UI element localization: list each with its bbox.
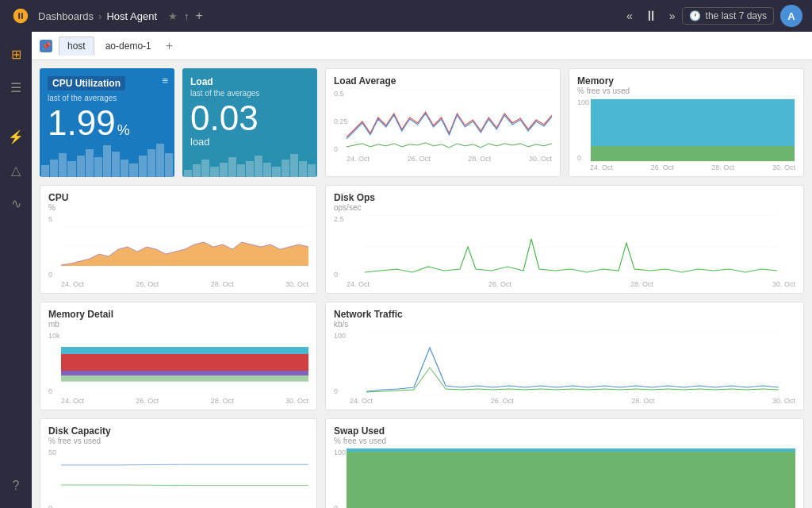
breadcrumb: Dashboards › Host Agent bbox=[38, 10, 157, 22]
pause-button[interactable]: ⏸ bbox=[644, 8, 658, 25]
disk-ops-sub: ops/sec bbox=[334, 203, 795, 212]
swap-sub: % free vs used bbox=[334, 437, 795, 445]
tab-pin-icon: 📌 bbox=[40, 40, 52, 52]
time-range-picker[interactable]: 🕐 the last 7 days bbox=[682, 7, 774, 25]
topbar-logo bbox=[10, 5, 32, 27]
swap-y-max: 100 bbox=[334, 448, 347, 456]
svg-marker-14 bbox=[61, 371, 308, 375]
share-icon[interactable]: ↑ bbox=[184, 10, 190, 22]
user-avatar[interactable]: A bbox=[780, 5, 802, 27]
cpu-util-title: CPU Utilization bbox=[48, 76, 125, 90]
load-avg-y-min: 0 bbox=[334, 145, 347, 153]
sidebar-item-home[interactable]: ⊞ bbox=[2, 40, 30, 68]
panel-network-traffic: Network Traffic kb/s 100 0 24. Oct bbox=[325, 302, 804, 410]
star-icon[interactable]: ★ bbox=[168, 10, 178, 22]
sidebar: ⊞ ☰ ⚡ △ ∿ ? bbox=[0, 32, 32, 508]
dashboard-grid: CPU Utilization ≡ last of the averages 1… bbox=[40, 68, 804, 508]
tab-ao-demo[interactable]: ao-demo-1 bbox=[98, 37, 159, 55]
panel-cpu-utilization: CPU Utilization ≡ last of the averages 1… bbox=[40, 68, 174, 177]
swap-y-min: 0 bbox=[334, 504, 347, 508]
mem-detail-y-min: 0 bbox=[48, 387, 61, 395]
sidebar-item-alerts[interactable]: △ bbox=[2, 156, 30, 184]
mem-detail-sub: mb bbox=[48, 320, 308, 329]
panel-cpu-percent: CPU % 5 0 bbox=[40, 185, 317, 294]
net-traffic-x-labels: 24. Oct 26. Oct 28. Oct 30. Oct bbox=[350, 397, 795, 405]
disk-ops-x-labels: 24. Oct 26. Oct 28. Oct 30. Oct bbox=[347, 280, 795, 288]
memory-stacked-bar bbox=[590, 98, 795, 162]
panel-memory: Memory % free vs used 100 0 24. Oct 26. … bbox=[569, 68, 804, 177]
disk-cap-y-min: 0 bbox=[48, 504, 61, 508]
load-sparkbars bbox=[182, 141, 317, 177]
time-range-label: the last 7 days bbox=[706, 10, 767, 21]
memory-y-min: 0 bbox=[577, 154, 590, 162]
load-avg-title: Load Average bbox=[334, 75, 552, 87]
disk-cap-sub: % free vs used bbox=[48, 437, 308, 445]
memory-x-labels: 24. Oct 26. Oct 28. Oct 30. Oct bbox=[590, 164, 795, 171]
disk-ops-title: Disk Ops bbox=[334, 192, 795, 203]
net-traffic-chart bbox=[350, 332, 795, 395]
panel-memory-detail: Memory Detail mb 10k 0 bbox=[40, 302, 317, 410]
dashboard-main: CPU Utilization ≡ last of the averages 1… bbox=[32, 60, 812, 508]
cpu-pct-chart bbox=[61, 215, 308, 279]
load-avg-x-labels: 24. Oct 26. Oct 28. Oct 30. Oct bbox=[347, 155, 552, 163]
add-panel-icon[interactable]: + bbox=[196, 9, 203, 23]
sidebar-item-explore[interactable]: ∿ bbox=[2, 189, 30, 217]
rewind-button[interactable]: « bbox=[626, 10, 633, 22]
disk-ops-y-max: 2.5 bbox=[334, 215, 347, 223]
clock-icon: 🕐 bbox=[689, 10, 701, 21]
memory-title: Memory bbox=[577, 75, 795, 87]
mem-detail-y-max: 10k bbox=[48, 332, 61, 340]
mem-detail-chart bbox=[61, 332, 308, 395]
cpu-pct-title: CPU bbox=[48, 192, 308, 203]
swap-title: Swap Used bbox=[334, 425, 795, 437]
net-traffic-sub: kb/s bbox=[334, 320, 795, 329]
forward-button[interactable]: » bbox=[669, 10, 676, 22]
panel-disk-ops: Disk Ops ops/sec 2.5 0 24. Oct 26. Oct 2… bbox=[325, 185, 804, 294]
cpu-pct-y-max: 5 bbox=[48, 215, 61, 223]
svg-marker-15 bbox=[61, 375, 308, 382]
memory-sub: % free vs used bbox=[577, 87, 795, 95]
load-value: 0.03 bbox=[190, 101, 259, 136]
panel-disk-capacity: Disk Capacity % free vs used 50 0 bbox=[40, 418, 317, 508]
cpu-util-sub: last of the averages bbox=[48, 94, 167, 102]
panel-swap-used: Swap Used % free vs used 100 0 24. Oct 2… bbox=[325, 418, 804, 508]
svg-marker-13 bbox=[61, 354, 308, 371]
tab-host-label: host bbox=[67, 40, 86, 52]
sidebar-item-activity[interactable]: ⚡ bbox=[2, 122, 30, 151]
cpu-pct-y-min: 0 bbox=[48, 271, 61, 279]
cpu-pct-sub: % bbox=[48, 203, 308, 212]
net-traffic-y-max: 100 bbox=[334, 332, 350, 340]
tab-host[interactable]: host bbox=[59, 37, 94, 56]
disk-cap-title: Disk Capacity bbox=[48, 425, 308, 437]
disk-ops-y-min: 0 bbox=[334, 271, 347, 279]
load-avg-y-max: 0.5 bbox=[334, 90, 347, 98]
sidebar-item-menu[interactable]: ☰ bbox=[2, 73, 30, 102]
panel-load-average: Load Average 0.5 0.25 0 bbox=[325, 68, 561, 177]
net-traffic-y-min: 0 bbox=[334, 387, 350, 395]
topbar: Dashboards › Host Agent ★ ↑ + « ⏸ » 🕐 th… bbox=[0, 0, 812, 32]
add-tab-button[interactable]: + bbox=[166, 39, 173, 53]
cpu-util-sparkbars bbox=[40, 137, 174, 177]
disk-ops-chart bbox=[347, 215, 795, 279]
breadcrumb-parent[interactable]: Dashboards bbox=[38, 10, 94, 22]
swap-stacked-bar bbox=[347, 448, 795, 508]
tabbar: 📌 host ao-demo-1 + bbox=[32, 32, 812, 60]
svg-marker-12 bbox=[61, 347, 308, 354]
load-avg-chart bbox=[347, 90, 552, 153]
net-traffic-title: Network Traffic bbox=[334, 309, 795, 320]
playback-controls: « ⏸ » bbox=[626, 8, 676, 25]
load-title: Load bbox=[190, 76, 309, 87]
load-sub: last of the averages bbox=[190, 89, 309, 98]
cpu-util-unit: % bbox=[117, 122, 130, 139]
cpu-pct-x-labels: 24. Oct 26. Oct 28. Oct 30. Oct bbox=[61, 280, 308, 288]
breadcrumb-current: Host Agent bbox=[106, 10, 157, 22]
tab-ao-demo-label: ao-demo-1 bbox=[105, 40, 151, 52]
disk-cap-y-max: 50 bbox=[48, 448, 61, 456]
cpu-util-menu-icon[interactable]: ≡ bbox=[162, 75, 168, 87]
sidebar-item-help[interactable]: ? bbox=[2, 471, 30, 500]
load-avg-y-mid: 0.25 bbox=[334, 117, 347, 125]
cpu-util-value: 1.99 bbox=[48, 106, 116, 140]
panel-load: Load last of the averages 0.03 load bbox=[182, 68, 317, 177]
disk-cap-chart bbox=[61, 448, 308, 508]
mem-detail-x-labels: 24. Oct 26. Oct 28. Oct 30. Oct bbox=[61, 397, 308, 405]
